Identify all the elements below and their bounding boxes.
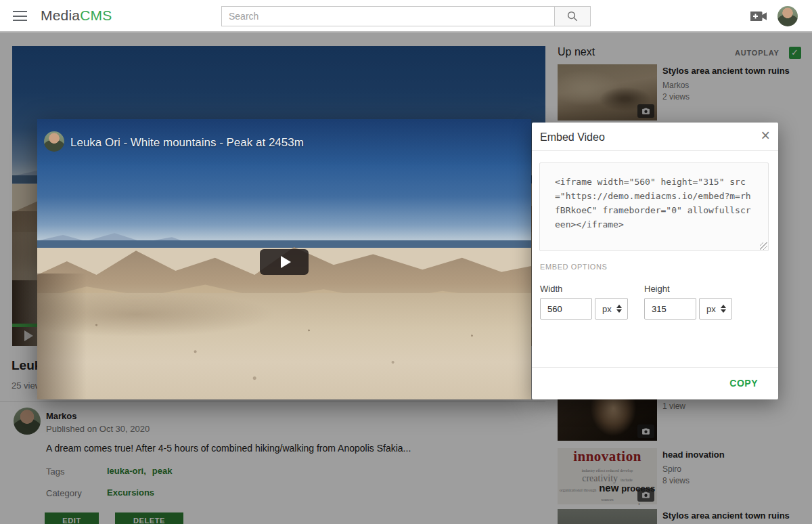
resize-handle-icon[interactable] (760, 242, 767, 250)
video-preview-popup[interactable]: Leuka Ori - White mountains - Peak at 24… (37, 119, 531, 399)
height-label: Height (644, 284, 670, 294)
copy-button[interactable]: COPY (729, 378, 758, 389)
stepper-arrows-icon (721, 305, 726, 313)
search-button[interactable] (554, 6, 591, 26)
height-input[interactable] (644, 298, 696, 320)
video-author-avatar[interactable] (44, 131, 64, 152)
embed-code-textarea[interactable]: <iframe width="560" height="315" src="ht… (539, 162, 769, 251)
embed-options-label: EMBED OPTIONS (540, 263, 607, 271)
close-icon[interactable]: × (761, 127, 770, 146)
user-avatar[interactable] (777, 6, 798, 26)
embed-video-modal: Embed Video × <iframe width="560" height… (532, 123, 778, 399)
play-button[interactable] (260, 249, 309, 275)
menu-icon[interactable] (13, 11, 27, 21)
height-unit-select[interactable]: px (699, 298, 732, 320)
search-input[interactable] (221, 6, 554, 26)
logo-cms: CMS (80, 7, 112, 23)
stepper-arrows-icon (616, 305, 622, 313)
video-overlay-title: Leuka Ori - White mountains - Peak at 24… (70, 136, 304, 150)
modal-footer: COPY (532, 367, 778, 399)
width-unit-select[interactable]: px (595, 298, 628, 320)
search-icon (566, 10, 579, 22)
upload-video-icon[interactable] (750, 10, 767, 25)
search-bar (221, 6, 591, 26)
top-navbar: MediaCMS (0, 0, 812, 32)
height-unit-value: px (706, 304, 716, 314)
modal-header: Embed Video × (532, 123, 778, 151)
logo[interactable]: MediaCMS (41, 7, 112, 24)
logo-media: Media (41, 7, 80, 23)
width-unit-value: px (602, 304, 612, 314)
play-icon (281, 256, 291, 268)
modal-title: Embed Video (540, 131, 605, 144)
width-input[interactable] (540, 298, 592, 320)
width-label: Width (540, 284, 562, 294)
